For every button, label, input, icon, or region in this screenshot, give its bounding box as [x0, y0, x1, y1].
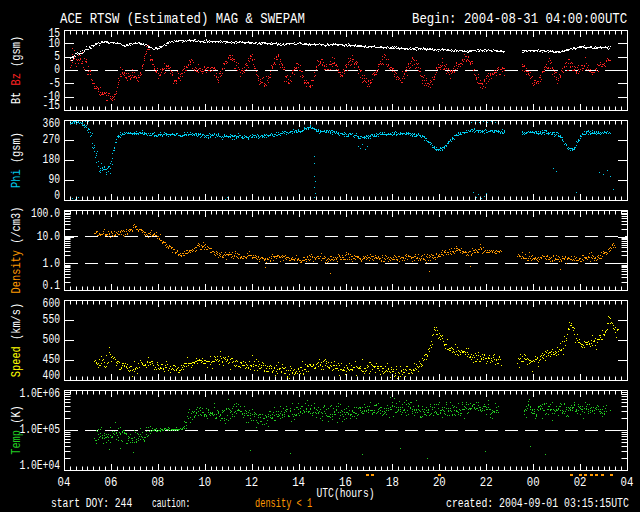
svg-text:90: 90	[48, 173, 60, 187]
svg-text:(K): (K)	[10, 405, 24, 424]
svg-text:-5: -5	[48, 77, 60, 91]
svg-text:02: 02	[574, 476, 587, 490]
svg-text:UTC(hours): UTC(hours)	[317, 487, 375, 501]
svg-text:04: 04	[621, 476, 634, 490]
svg-text:20: 20	[433, 476, 446, 490]
svg-text:caution:: caution:	[152, 497, 190, 511]
svg-text:created: 2004-09-01 03:15:15UT: created: 2004-09-01 03:15:15UTC	[446, 497, 629, 511]
svg-text:600: 600	[43, 297, 60, 311]
svg-text:270: 270	[43, 133, 60, 147]
svg-text:0: 0	[54, 189, 60, 203]
svg-text:550: 550	[43, 313, 60, 327]
svg-text:Temp: Temp	[10, 430, 24, 455]
svg-text:(gsm): (gsm)	[10, 132, 24, 163]
svg-text:00: 00	[527, 476, 540, 490]
svg-text:Begin: 2004-08-31 04:00:00UTC: Begin: 2004-08-31 04:00:00UTC	[412, 10, 627, 28]
svg-text:-15: -15	[43, 99, 60, 113]
svg-text:360: 360	[43, 117, 60, 131]
svg-text:400: 400	[43, 369, 60, 383]
svg-text:100.0: 100.0	[31, 207, 60, 221]
svg-text:Bz: Bz	[10, 73, 24, 85]
svg-text:12: 12	[245, 476, 258, 490]
svg-text:10: 10	[48, 37, 60, 51]
svg-text:Density: Density	[10, 250, 24, 293]
svg-text:Speed: Speed	[10, 346, 24, 377]
svg-text:04: 04	[58, 476, 71, 490]
svg-text:ACE RTSW (Estimated) MAG & SWE: ACE RTSW (Estimated) MAG & SWEPAM	[60, 10, 305, 28]
svg-text:(/cm3): (/cm3)	[10, 207, 24, 244]
svg-text:0.1: 0.1	[43, 279, 60, 293]
svg-text:18: 18	[386, 476, 399, 490]
svg-text:start DOY: 244: start DOY: 244	[51, 497, 132, 511]
svg-text:density < 1: density < 1	[255, 497, 312, 511]
svg-text:1.0: 1.0	[43, 257, 60, 271]
svg-text:06: 06	[105, 476, 118, 490]
svg-text:10: 10	[198, 476, 211, 490]
svg-text:1.0E+06: 1.0E+06	[19, 387, 60, 401]
svg-text:Phi: Phi	[10, 169, 24, 188]
svg-text:22: 22	[480, 476, 493, 490]
svg-text:500: 500	[43, 333, 60, 347]
svg-text:14: 14	[292, 476, 305, 490]
svg-text:0: 0	[54, 63, 60, 77]
svg-text:1.0E+04: 1.0E+04	[19, 459, 60, 473]
svg-text:450: 450	[43, 353, 60, 367]
svg-text:180: 180	[43, 153, 60, 167]
svg-text:1.0E+05: 1.0E+05	[19, 423, 60, 437]
svg-text:(gsm): (gsm)	[10, 36, 24, 67]
svg-text:10.0: 10.0	[37, 230, 60, 244]
svg-text:Bt: Bt	[10, 92, 24, 104]
svg-text:08: 08	[151, 476, 164, 490]
svg-text:5: 5	[54, 50, 60, 64]
svg-text:(km/s): (km/s)	[10, 303, 24, 340]
